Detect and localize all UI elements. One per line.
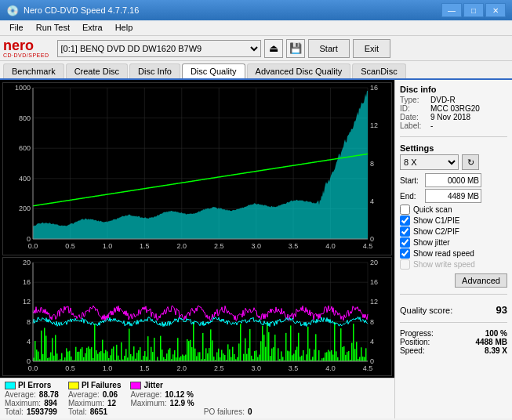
show-c1-pie-row: Show C1/PIE (400, 215, 507, 226)
legend-pi-errors-label: PI Errors (18, 381, 51, 389)
quick-scan-checkbox[interactable] (400, 205, 410, 215)
tab-advanced-disc-quality[interactable]: Advanced Disc Quality (247, 63, 351, 78)
menu-help[interactable]: Help (109, 22, 140, 34)
tab-benchmark[interactable]: Benchmark (3, 63, 64, 78)
refresh-button[interactable]: ↻ (462, 154, 479, 170)
main-content: PI Errors Average:88.78 Maximum:894 Tota… (0, 80, 512, 418)
tab-bar: Benchmark Create Disc Disc Info Disc Qua… (0, 61, 512, 80)
start-mb-row: Start: (400, 173, 507, 187)
tab-scan-disc[interactable]: ScanDisc (352, 63, 405, 78)
disc-type-row: Type: DVD-R (400, 96, 507, 104)
show-c2-pif-row: Show C2/PIF (400, 226, 507, 237)
app-icon: 💿 (6, 5, 19, 16)
legend-pi-failures-label: PI Failures (82, 381, 122, 389)
drive-select[interactable]: [0:1] BENQ DVD DD DW1620 B7W9 (57, 40, 261, 57)
legend-po-failures: PO failures:0 (204, 381, 252, 416)
legend-jitter-label: Jitter (143, 381, 162, 389)
disc-label-row: Label: - (400, 121, 507, 130)
disc-info-title: Disc info (400, 85, 507, 94)
show-read-speed-row: Show read speed (400, 248, 507, 259)
quick-scan-row: Quick scan (400, 205, 507, 215)
maximize-button[interactable]: □ (463, 3, 484, 17)
right-panel: Disc info Type: DVD-R ID: MCC 03RG20 Dat… (394, 80, 512, 418)
menu-run-test[interactable]: Run Test (30, 22, 76, 34)
quality-score-value: 93 (496, 304, 507, 316)
menu-bar: File Run Test Extra Help (0, 20, 512, 36)
show-write-speed-row: Show write speed (400, 259, 507, 270)
close-button[interactable]: ✕ (485, 3, 506, 17)
speed-value: 8.39 X (485, 346, 507, 355)
progress-section: Progress: 100 % Position: 4488 MB Speed:… (400, 329, 507, 355)
toolbar: nero CD·DVD/SPEED [0:1] BENQ DVD DD DW16… (0, 36, 512, 61)
show-c2-pif-label: Show C2/PIF (413, 227, 459, 236)
advanced-button[interactable]: Advanced (455, 273, 507, 288)
legend-pi-errors: PI Errors Average:88.78 Maximum:894 Tota… (5, 381, 59, 416)
end-input[interactable] (425, 189, 481, 203)
show-c1-pie-label: Show C1/PIE (413, 216, 459, 225)
legend-pi-errors-stats: Average:88.78 Maximum:894 Total:1593799 (5, 390, 59, 416)
settings-title: Settings (400, 143, 507, 153)
tab-create-disc[interactable]: Create Disc (66, 63, 128, 78)
speed-select[interactable]: 8 X Max 1 X 2 X 4 X 16 X (400, 154, 459, 170)
show-read-speed-checkbox[interactable] (400, 248, 410, 259)
nero-logo: nero CD·DVD/SPEED (3, 38, 49, 58)
start-label: Start: (400, 176, 422, 185)
legend-pi-failures: PI Failures Average:0.06 Maximum:12 Tota… (68, 381, 122, 416)
legend-pi-errors-color (5, 382, 16, 389)
exit-button[interactable]: Exit (353, 39, 390, 58)
quality-score-label: Quality score: (400, 306, 452, 315)
disc-info-section: Disc info Type: DVD-R ID: MCC 03RG20 Dat… (400, 85, 507, 130)
top-chart (3, 83, 391, 255)
quick-scan-label: Quick scan (413, 205, 452, 214)
show-c1-pie-checkbox[interactable] (400, 215, 410, 226)
nero-logo-sub: CD·DVD/SPEED (3, 52, 49, 58)
show-c2-pif-checkbox[interactable] (400, 226, 410, 237)
position-label: Position: (400, 338, 430, 346)
disc-date-row: Date: 9 Nov 2018 (400, 113, 507, 121)
end-label: End: (400, 192, 422, 201)
legend-pi-failures-color (68, 382, 79, 389)
settings-section: Settings 8 X Max 1 X 2 X 4 X 16 X ↻ Star… (400, 143, 507, 288)
position-value: 4488 MB (475, 338, 507, 346)
menu-file[interactable]: File (3, 22, 30, 34)
show-write-speed-label: Show write speed (413, 260, 475, 269)
save-button[interactable]: 💾 (286, 39, 305, 58)
tab-disc-quality[interactable]: Disc Quality (182, 63, 245, 78)
start-input[interactable] (425, 173, 481, 187)
tab-disc-info[interactable]: Disc Info (129, 63, 180, 78)
legend-pi-failures-stats: Average:0.06 Maximum:12 Total:8651 (68, 390, 122, 416)
progress-label: Progress: (400, 329, 434, 338)
show-jitter-row: Show jitter (400, 237, 507, 248)
speed-label: Speed: (400, 346, 425, 355)
progress-value: 100 % (485, 329, 507, 338)
end-mb-row: End: (400, 189, 507, 203)
show-read-speed-label: Show read speed (413, 249, 474, 258)
legend-jitter: Jitter Average:10.12 % Maximum:12.9 % (130, 381, 194, 416)
bottom-chart (3, 258, 391, 375)
disc-id-row: ID: MCC 03RG20 (400, 104, 507, 113)
legend-jitter-color (130, 382, 141, 389)
nero-logo-text: nero (3, 38, 34, 52)
title-bar-text: Nero CD-DVD Speed 4.7.7.16 (24, 5, 139, 15)
speed-select-row: 8 X Max 1 X 2 X 4 X 16 X ↻ (400, 154, 507, 170)
show-jitter-label: Show jitter (413, 238, 450, 247)
show-write-speed-checkbox[interactable] (400, 259, 410, 270)
start-button[interactable]: Start (308, 39, 350, 58)
quality-score-row: Quality score: 93 (400, 304, 507, 316)
minimize-button[interactable]: — (441, 3, 462, 17)
legend-jitter-stats: Average:10.12 % Maximum:12.9 % (130, 390, 194, 407)
show-jitter-checkbox[interactable] (400, 237, 410, 248)
title-bar: 💿 Nero CD-DVD Speed 4.7.7.16 — □ ✕ (0, 0, 512, 20)
menu-extra[interactable]: Extra (76, 22, 109, 34)
eject-button[interactable]: ⏏ (264, 39, 283, 58)
